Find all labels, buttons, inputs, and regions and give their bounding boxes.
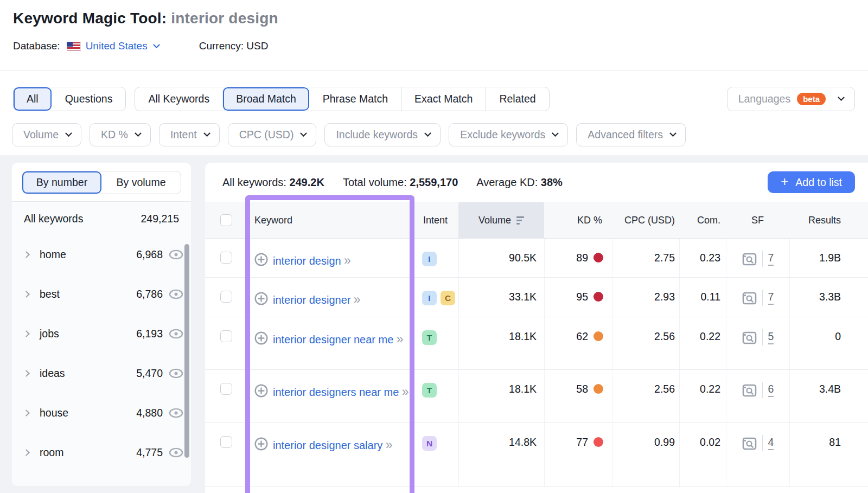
sidebar-group-item[interactable]: jobs 6,193 [12,314,191,354]
add-to-list-button[interactable]: + Add to list [768,171,855,193]
languages-dropdown[interactable]: Languages beta [727,87,855,111]
chevron-right-icon[interactable] [23,251,30,258]
double-chevron-icon[interactable]: » [397,332,403,346]
filter-dropdown[interactable]: Include keywords [324,123,441,146]
double-chevron-icon[interactable]: » [402,385,408,399]
chevron-right-icon[interactable] [23,370,30,377]
chevron-right-icon[interactable] [23,409,30,417]
row-checkbox[interactable] [220,330,232,342]
all-keywords-count: 249,215 [141,213,180,225]
serp-features-icon[interactable] [742,383,757,400]
intent-badge-i: I [422,252,437,266]
eye-icon[interactable] [169,408,183,418]
kd-difficulty-dot [593,331,603,341]
chevron-down-icon[interactable] [153,41,160,48]
group-label: jobs [40,328,59,340]
scope-tab[interactable]: Questions [52,87,126,111]
volume-cell: 18.1K [458,317,544,369]
kd-value: 62 [576,330,588,343]
serp-features-icon[interactable] [742,252,757,269]
chevron-right-icon[interactable] [23,449,30,456]
select-all-checkbox[interactable] [220,214,232,226]
plus-circle-icon[interactable] [254,292,268,305]
column-header-intent[interactable]: Intent [413,202,458,238]
sf-count-link[interactable]: 7 [768,291,774,305]
double-chevron-icon[interactable]: » [354,292,360,306]
cpc-cell: 0.99 [612,423,679,486]
table-row: interior designer salary » N 14.8K 77 0.… [205,423,868,487]
row-checkbox[interactable] [220,291,232,303]
sort-toggle-option[interactable]: By volume [101,171,181,194]
column-header-results[interactable]: Results [789,202,868,238]
keyword-link[interactable]: interior design [273,255,341,267]
match-tab[interactable]: All Keywords [135,87,222,111]
column-header-sf[interactable]: SF [726,202,789,238]
eye-icon[interactable] [169,249,183,260]
eye-icon[interactable] [169,368,183,379]
sidebar-group-item[interactable]: home 6,968 [12,235,191,274]
filter-label: Include keywords [336,129,418,141]
serp-features-icon[interactable] [742,291,757,308]
keywords-table-card: All keywords: 249.2K Total volume: 2,559… [205,163,868,493]
tabs-row: All Questions All Keywords Broad Match P… [13,87,855,111]
sf-cell: 7 [726,239,789,277]
group-count: 4,775 [136,446,163,459]
row-checkbox[interactable] [220,436,232,448]
sidebar-scrollbar[interactable] [184,244,189,458]
sidebar-group-item[interactable]: ideas 5,470 [12,354,191,393]
serp-features-icon[interactable] [742,436,757,453]
match-tab[interactable]: Broad Match [222,87,309,111]
divider [762,435,763,451]
serp-features-icon[interactable] [742,330,757,348]
sidebar-group-item[interactable]: room 4,775 [12,433,191,472]
double-chevron-icon[interactable]: » [386,438,392,452]
plus-circle-icon[interactable] [254,437,268,451]
keyword-link[interactable]: interior designers near me [273,386,399,398]
filter-dropdown[interactable]: CPC (USD) [228,123,317,146]
eye-icon[interactable] [169,329,183,339]
sf-count-link[interactable]: 6 [768,383,774,397]
filter-dropdown[interactable]: Advanced filters [576,123,686,146]
match-tab[interactable]: Exact Match [401,87,486,111]
plus-circle-icon[interactable] [254,253,268,266]
eye-icon[interactable] [169,289,183,299]
row-checkbox[interactable] [220,383,232,395]
filter-dropdown[interactable]: Exclude keywords [449,123,568,146]
filter-dropdown[interactable]: KD % [90,123,151,146]
plus-icon: + [781,175,788,188]
match-tab[interactable]: Phrase Match [309,87,401,111]
column-header-keyword[interactable]: Keyword [247,202,413,238]
sidebar-item-all-keywords[interactable]: All keywords 249,215 [12,202,191,235]
eye-icon[interactable] [169,447,183,458]
intent-badges: N [413,423,458,486]
double-chevron-icon[interactable]: » [344,253,350,267]
keyword-link[interactable]: interior designer salary [273,439,382,451]
sort-toggle-option[interactable]: By number [22,171,101,194]
sf-cell: 5 [726,317,789,369]
sidebar-group-item[interactable]: best 6,786 [12,274,191,314]
chevron-right-icon[interactable] [23,330,30,337]
column-header-volume[interactable]: Volume [458,202,544,238]
row-checkbox[interactable] [220,252,232,264]
filter-dropdown[interactable]: Volume [12,123,81,146]
match-tab[interactable]: Related [486,87,548,111]
filter-dropdown[interactable]: Intent [159,123,220,146]
plus-circle-icon[interactable] [254,384,268,398]
sidebar-group-item[interactable]: house 4,880 [12,393,191,433]
column-header-cpc[interactable]: CPC (USD) [612,202,679,238]
kd-cell: 77 [544,423,612,486]
plus-circle-icon[interactable] [254,331,268,345]
results-cell: 1.9B [789,239,868,277]
column-header-com[interactable]: Com. [679,202,726,238]
database-selector[interactable]: United States [86,40,148,52]
keyword-link[interactable]: interior designer [273,294,350,306]
intent-badges: T [413,370,458,422]
chevron-right-icon[interactable] [23,291,30,298]
column-header-kd[interactable]: KD % [544,202,612,238]
keyword-link[interactable]: interior designer near me [273,334,393,345]
sf-count-link[interactable]: 7 [768,252,774,266]
results-cell: 3.3B [789,278,868,317]
scope-tab[interactable]: All [14,87,52,111]
sf-count-link[interactable]: 5 [768,330,774,344]
sf-count-link[interactable]: 4 [768,436,774,450]
